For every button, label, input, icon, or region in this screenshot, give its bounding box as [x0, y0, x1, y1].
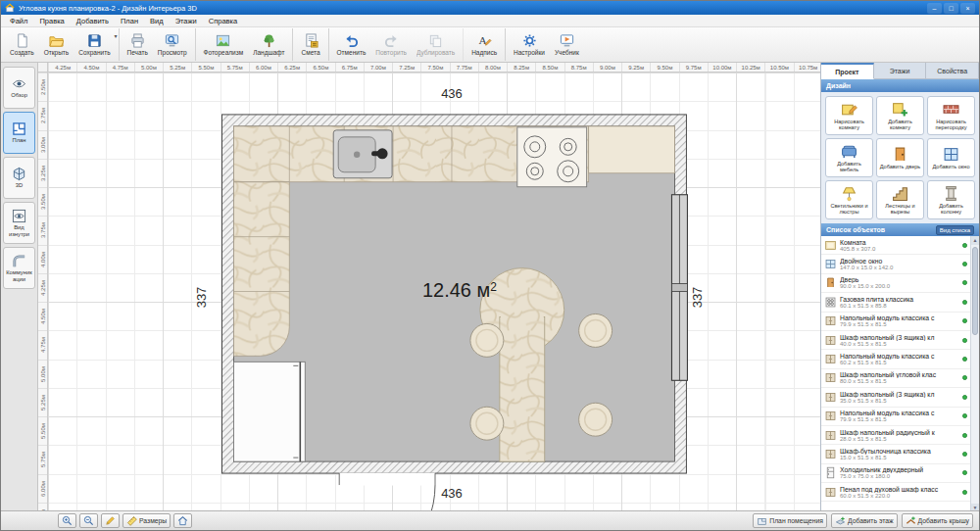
object-row[interactable]: Напольный модуль классика с 60.2 x 51.5 … — [821, 350, 970, 368]
minimize-button[interactable]: – — [927, 3, 942, 14]
tall-cabinet[interactable] — [589, 126, 675, 173]
visibility-dot[interactable] — [962, 452, 967, 457]
visibility-dot[interactable] — [962, 470, 967, 475]
visibility-dot[interactable] — [962, 395, 967, 400]
visibility-dot[interactable] — [962, 375, 967, 380]
door-icon — [892, 146, 908, 163]
save-dropdown-arrow[interactable]: ▾ — [115, 32, 118, 39]
design-tool-button[interactable]: Нарисовать комнату — [825, 96, 873, 135]
design-tool-button[interactable]: Добавить комнату — [876, 96, 924, 135]
design-tool-button[interactable]: Светильники и люстры — [825, 180, 873, 219]
toolbar-button[interactable]: Учебник — [550, 28, 584, 61]
stool[interactable] — [470, 407, 504, 440]
stove[interactable] — [517, 127, 587, 187]
toolbar-button[interactable]: Сохранить ▾ — [74, 28, 119, 61]
design-tool-button[interactable]: Добавить окно — [927, 138, 975, 177]
status-button[interactable]: Добавить крышу — [902, 513, 973, 528]
sidebar-item[interactable]: Коммуникации — [3, 247, 35, 289]
menu-item[interactable]: Справка — [203, 15, 243, 26]
object-row[interactable]: Напольный модуль классика с 79.9 x 51.5 … — [821, 313, 970, 331]
toolbar-button[interactable]: Создать — [5, 28, 39, 61]
sidebar-item[interactable]: 3D — [3, 157, 35, 199]
maximize-button[interactable]: □ — [944, 3, 958, 14]
ruler-label: 6.00м — [38, 474, 47, 503]
menu-item[interactable]: Правка — [33, 15, 70, 26]
cab-icon — [824, 314, 837, 327]
object-row[interactable]: Двойное окно 147.0 x 15.0 x 142.0 — [821, 255, 970, 273]
status-button[interactable]: Добавить этаж — [831, 513, 898, 528]
toolbar-button[interactable]: Смета — [296, 28, 328, 61]
ruler-label: 6.75м — [335, 63, 364, 72]
visibility-dot[interactable] — [962, 433, 967, 438]
fridge[interactable] — [233, 362, 305, 461]
sidebar-item[interactable]: Вид изнутри — [3, 202, 35, 244]
design-tool-button[interactable]: Добавить колонну — [927, 180, 975, 219]
status-button[interactable]: Размеры — [122, 513, 171, 528]
panel-tab[interactable]: Проект — [821, 63, 874, 79]
objects-scrollbar[interactable]: ▲ ▼ — [970, 236, 979, 512]
double-window[interactable] — [671, 195, 687, 381]
status-button[interactable]: План помещения — [753, 513, 827, 528]
object-row[interactable]: Напольный модуль классика с 79.9 x 51.5 … — [821, 408, 970, 426]
panel-tab[interactable]: Свойства — [926, 63, 979, 79]
stool[interactable] — [470, 323, 504, 357]
toolbar-button[interactable]: Печать — [122, 28, 153, 61]
object-row[interactable]: Шкаф напольный радиусный к 28.0 x 51.5 x… — [821, 426, 970, 445]
visibility-dot[interactable] — [962, 318, 967, 323]
stool[interactable] — [579, 314, 612, 347]
toolbar-button[interactable]: Ландшафт — [248, 28, 293, 61]
floor-plan[interactable]: 436 436 337 337 12.46 м2 — [48, 72, 822, 512]
visibility-dot[interactable] — [962, 300, 967, 305]
object-row[interactable]: Пенал под духовой шкаф класс 60.0 x 51.5… — [821, 483, 970, 502]
design-tool-button[interactable]: Лестницы и вырезы — [876, 180, 924, 219]
menu-item[interactable]: Файл — [4, 15, 33, 26]
toolbar-button[interactable]: Дублировать — [412, 28, 464, 61]
view-list-button[interactable]: Вид списка — [936, 225, 974, 235]
sidebar-item[interactable]: План — [3, 112, 35, 154]
design-tool-button[interactable]: Добавить мебель — [825, 138, 873, 177]
status-button[interactable] — [173, 513, 192, 528]
toolbar-button[interactable]: Повторить — [370, 28, 412, 61]
visibility-dot[interactable] — [962, 490, 967, 495]
design-tool-button[interactable]: Добавить дверь — [876, 138, 924, 177]
toolbar-button[interactable]: Открыть — [39, 28, 74, 61]
visibility-dot[interactable] — [962, 338, 967, 343]
visibility-dot[interactable] — [962, 280, 967, 285]
design-tool-button[interactable]: Нарисовать перегородку — [927, 96, 975, 135]
left-cabinets[interactable] — [233, 182, 289, 357]
status-button[interactable] — [58, 513, 76, 528]
scroll-up-icon[interactable]: ▲ — [971, 236, 979, 245]
menu-item[interactable]: План — [115, 15, 144, 26]
toolbar-button[interactable]: Отменить — [332, 28, 371, 61]
menu-item[interactable]: Вид — [144, 15, 170, 26]
panel-tab[interactable]: Этажи — [874, 63, 927, 79]
toolbar-button[interactable]: Фотореализм — [199, 28, 249, 61]
status-button[interactable] — [79, 513, 98, 528]
object-row[interactable]: Комната 405.8 x 307.0 — [821, 236, 970, 255]
object-row[interactable]: Холодильник двухдверный 75.0 x 75.0 x 18… — [821, 464, 970, 483]
menu-item[interactable]: Добавить — [71, 15, 115, 26]
visibility-dot[interactable] — [962, 357, 967, 362]
door[interactable] — [339, 473, 435, 512]
sink[interactable] — [333, 130, 392, 178]
object-row[interactable]: Шкаф напольный (3 ящика) кл 35.0 x 51.5 … — [821, 388, 970, 407]
dims-icon — [126, 515, 137, 526]
status-button[interactable] — [101, 513, 120, 528]
visibility-dot[interactable] — [962, 243, 967, 248]
menu-item[interactable]: Этажи — [170, 15, 203, 26]
visibility-dot[interactable] — [962, 262, 967, 266]
scrollbar-thumb[interactable] — [972, 247, 978, 335]
toolbar-button[interactable]: Настройки — [509, 28, 550, 61]
object-row[interactable]: Дверь 90.0 x 15.0 x 200.0 — [821, 274, 970, 293]
stool[interactable] — [579, 403, 612, 436]
object-row[interactable]: Шкаф-бутылочница классика 15.0 x 51.5 x … — [821, 445, 970, 463]
object-row[interactable]: Газовая плита классика 60.1 x 51.5 x 85.… — [821, 293, 970, 312]
toolbar-button[interactable]: A Надпись — [466, 28, 506, 61]
close-button[interactable]: × — [960, 3, 975, 14]
toolbar-button[interactable]: Просмотр — [153, 28, 196, 61]
plan-canvas[interactable]: 436 436 337 337 12.46 м2 — [48, 72, 822, 512]
object-row[interactable]: Шкаф напольный (3 ящика) кл 40.0 x 51.5 … — [821, 331, 970, 350]
object-row[interactable]: Шкаф напольный угловой клас 80.0 x 51.5 … — [821, 369, 970, 388]
visibility-dot[interactable] — [962, 413, 967, 418]
sidebar-item[interactable]: Обзор — [3, 67, 35, 109]
